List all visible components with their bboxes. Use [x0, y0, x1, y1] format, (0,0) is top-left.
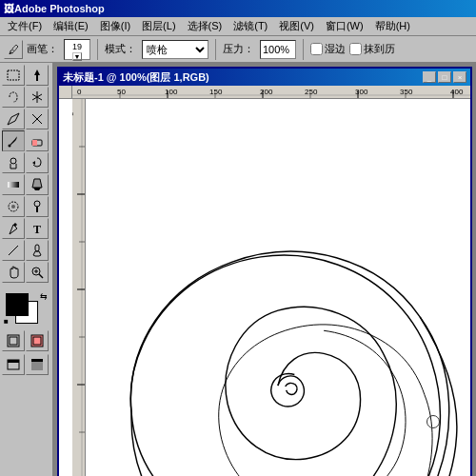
tool-stamp[interactable]	[2, 152, 25, 173]
tool-crop[interactable]	[2, 109, 25, 129]
menu-view[interactable]: 视图(V)	[273, 17, 320, 35]
menu-file[interactable]: 文件(F)	[2, 17, 48, 35]
tool-row-7	[2, 196, 50, 217]
tool-hand[interactable]	[2, 262, 25, 283]
svg-point-15	[34, 201, 40, 207]
brush-icon-btn[interactable]: 🖊	[4, 40, 23, 59]
svg-marker-5	[8, 113, 19, 125]
foreground-color-swatch[interactable]	[6, 293, 29, 316]
svg-line-22	[39, 274, 43, 278]
svg-rect-30	[8, 360, 19, 363]
tool-quick-mask-on[interactable]	[26, 330, 49, 351]
brush-size-down[interactable]: ▼	[72, 52, 82, 61]
main-area: T ⇆ ■	[0, 63, 476, 476]
tool-blur[interactable]	[2, 196, 25, 217]
svg-rect-8	[32, 140, 37, 146]
tool-text[interactable]: T	[26, 218, 49, 239]
doc-minimize-btn[interactable]: _	[423, 71, 436, 83]
svg-line-19	[9, 253, 10, 255]
pressure-input[interactable]	[260, 40, 296, 59]
tool-dodge[interactable]	[26, 196, 49, 217]
color-swatches: ⇆ ■	[2, 289, 50, 327]
menu-filter[interactable]: 滤镜(T)	[228, 17, 273, 35]
menu-image[interactable]: 图像(I)	[94, 17, 136, 35]
tool-screen-full-menu[interactable]	[26, 354, 49, 375]
wet-edges-label: 湿边	[310, 42, 346, 56]
tool-row-9	[2, 240, 50, 261]
spiral-drawing	[86, 99, 470, 476]
svg-text:T: T	[33, 223, 41, 235]
menu-select[interactable]: 选择(S)	[182, 17, 228, 35]
tool-move[interactable]	[26, 65, 49, 86]
document-title: 未标题-1 @ 100%(图层 1,RGB)	[63, 70, 209, 85]
svg-rect-32	[31, 359, 43, 362]
tool-row-1	[2, 65, 50, 86]
tool-gradient[interactable]	[2, 174, 25, 195]
tool-row-5	[2, 152, 50, 173]
document-content: 0 50 100 150 200 250 300 350 400	[59, 86, 470, 476]
tool-brush[interactable]	[2, 130, 25, 151]
svg-text:350: 350	[400, 88, 413, 96]
tool-magic-wand[interactable]	[26, 87, 49, 108]
screen-mode-row	[2, 354, 50, 375]
svg-marker-12	[32, 179, 42, 188]
document-canvas[interactable]	[86, 99, 470, 476]
menu-layer[interactable]: 图层(L)	[136, 17, 181, 35]
default-colors-icon[interactable]: ■	[4, 317, 9, 326]
brush-cursor	[426, 415, 440, 428]
airbrush-text: 抹到历	[364, 42, 395, 56]
mode-select[interactable]: 喷枪	[142, 40, 208, 59]
tool-zoom[interactable]	[26, 262, 49, 283]
wet-edges-checkbox[interactable]	[310, 43, 323, 55]
tool-row-2	[2, 87, 50, 108]
wet-edges-text: 湿边	[325, 42, 346, 56]
tool-row-10	[2, 262, 50, 283]
airbrush-label: 抹到历	[349, 42, 395, 56]
doc-maximize-btn[interactable]: □	[438, 71, 451, 83]
document-window: 未标题-1 @ 100%(图层 1,RGB) _ □ ×	[57, 67, 472, 476]
svg-rect-26	[10, 337, 17, 345]
horizontal-ruler: 0 50 100 150 200 250 300 350 400	[72, 86, 470, 99]
tool-lasso[interactable]	[2, 87, 25, 108]
toolbar-divider-3	[303, 39, 304, 60]
app-title: Adobe Photoshop	[14, 3, 105, 14]
tool-marquee-rect[interactable]	[2, 65, 25, 86]
airbrush-checkbox[interactable]	[349, 43, 362, 55]
svg-text:300: 300	[355, 88, 368, 96]
svg-point-6	[9, 145, 11, 148]
svg-rect-20	[35, 245, 39, 251]
tool-history-brush[interactable]	[26, 152, 49, 173]
doc-close-btn[interactable]: ×	[453, 71, 466, 83]
tool-slice[interactable]	[26, 109, 49, 129]
canvas-area: 未标题-1 @ 100%(图层 1,RGB) _ □ ×	[53, 63, 476, 476]
tool-pen[interactable]	[2, 218, 25, 239]
brush-size-input[interactable]	[66, 41, 89, 52]
toolbar-divider-1	[97, 39, 98, 60]
tool-quick-mask-off[interactable]	[2, 330, 25, 351]
tool-eyedropper[interactable]	[26, 240, 49, 261]
svg-text:0: 0	[72, 111, 75, 116]
svg-text:250: 250	[305, 88, 318, 96]
pen-label: 画笔：	[27, 42, 58, 56]
menu-edit[interactable]: 编辑(E)	[48, 17, 94, 35]
toolbar-divider-2	[215, 39, 216, 60]
svg-point-9	[10, 158, 16, 164]
mode-label: 模式：	[105, 42, 136, 56]
tool-measure[interactable]	[2, 240, 25, 261]
svg-text:0: 0	[77, 88, 82, 96]
ruler-corner	[59, 86, 72, 99]
svg-text:100: 100	[165, 88, 178, 96]
swap-colors-icon[interactable]: ⇆	[40, 291, 48, 301]
svg-text:150: 150	[209, 88, 223, 96]
menu-window[interactable]: 窗口(W)	[320, 17, 369, 35]
menu-help[interactable]: 帮助(H)	[369, 17, 416, 35]
tool-screen-standard[interactable]	[2, 354, 25, 375]
tool-eraser[interactable]	[26, 130, 49, 151]
svg-point-14	[11, 205, 15, 208]
document-title-bar: 未标题-1 @ 100%(图层 1,RGB) _ □ ×	[59, 69, 470, 86]
tool-row-6	[2, 174, 50, 195]
tool-paint-bucket[interactable]	[26, 174, 49, 195]
app-icon: 🖼	[4, 3, 14, 14]
svg-marker-1	[34, 69, 40, 81]
svg-text:50: 50	[117, 88, 126, 96]
